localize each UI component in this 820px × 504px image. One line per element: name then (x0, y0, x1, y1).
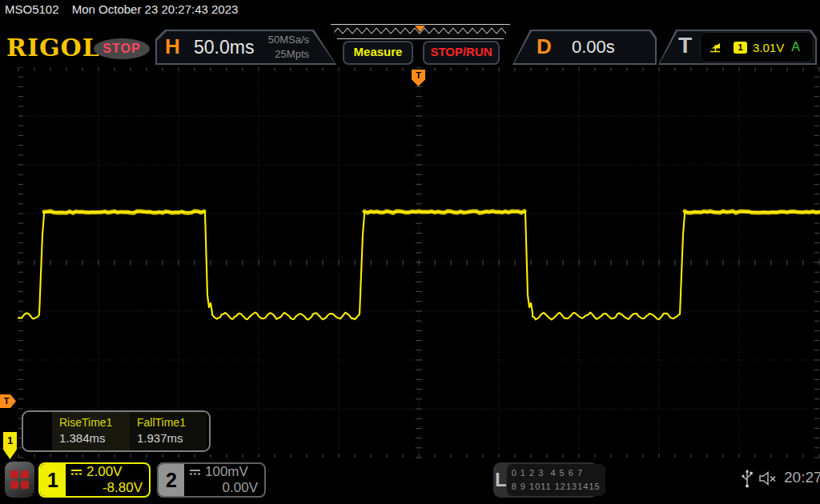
trigger-mode: A (791, 40, 800, 54)
trigger-label: T (678, 33, 692, 58)
waveform-display-area (0, 67, 820, 458)
dc-coupling-icon (70, 468, 82, 476)
measurement-value: 1.937ms (137, 431, 199, 445)
channel2-offset: 0.00V (189, 480, 258, 496)
channel1-scale: 2.00V (86, 464, 122, 480)
sample-rate: 50MSa/s (268, 34, 309, 46)
measurement-value: 1.384ms (59, 431, 123, 445)
memory-depth: 25Mpts (275, 48, 309, 60)
channel2-number: 2 (159, 464, 184, 496)
model-name: MSO5102 (5, 2, 59, 16)
channel1-status-box[interactable]: 1 2.00V -8.80V (38, 462, 151, 498)
logic-channels-box[interactable]: L 0 1 2 3 4 5 6 78 9 1011 12131415 (493, 462, 598, 498)
usb-icon (741, 468, 754, 489)
rising-edge-trigger-icon (709, 41, 722, 54)
trigger-source-badge: 1 (734, 42, 747, 54)
oscilloscope-screen: MSO5102 Mon October 23 20:27:43 2023 RIG… (0, 0, 820, 504)
measurement-results-panel[interactable]: RiseTime1 1.384ms FallTime1 1.937ms (22, 410, 211, 452)
logic-row2: 8 9 1011 12131415 (512, 482, 601, 491)
trigger-tab[interactable]: T 1 3.01V A (658, 30, 817, 65)
datetime: Mon October 23 20:27:43 2023 (72, 2, 239, 16)
trigger-level-value: 3.01V (753, 41, 784, 54)
delay-label: D (537, 34, 552, 59)
stop-run-button[interactable]: STOP/RUN (423, 41, 500, 65)
speaker-muted-icon[interactable] (758, 470, 779, 486)
horizontal-timebase-tab[interactable]: H 50.0ms 50MSa/s 25Mpts (155, 30, 336, 65)
channel1-number: 1 (40, 464, 66, 496)
measurement-item: FallTime1 1.937ms (130, 412, 207, 450)
channel2-scale: 100mV (205, 464, 248, 480)
measurement-item: RiseTime1 1.384ms (52, 412, 130, 450)
delay-tab[interactable]: D 0.00s (512, 30, 657, 65)
menu-grid-icon (10, 470, 29, 489)
channel2-status-box[interactable]: 2 100mV 0.00V (157, 462, 266, 498)
dc-coupling-icon (189, 468, 201, 476)
measurement-label: FallTime1 (137, 416, 199, 429)
channel1-offset: -8.80V (70, 480, 143, 496)
acquisition-state-badge: STOP (94, 38, 150, 59)
top-info-bar: MSO5102 Mon October 23 20:27:43 2023 (0, 0, 820, 20)
system-clock: 20:27 (784, 469, 820, 486)
rigol-logo: RIGOL (6, 34, 100, 62)
waveform-position-bar[interactable] (331, 24, 510, 39)
logic-label: L (495, 469, 507, 491)
logic-row1: 0 1 2 3 4 5 6 7 (512, 468, 583, 478)
menu-grid-button[interactable] (5, 462, 34, 498)
horizontal-label: H (165, 34, 180, 59)
measure-button[interactable]: Measure (343, 41, 413, 65)
timebase-value: 50.0ms (194, 37, 254, 58)
bottom-status-bar: 1 2.00V -8.80V 2 (0, 460, 820, 504)
measurement-label: RiseTime1 (59, 416, 123, 429)
delay-value: 0.00s (572, 37, 615, 58)
